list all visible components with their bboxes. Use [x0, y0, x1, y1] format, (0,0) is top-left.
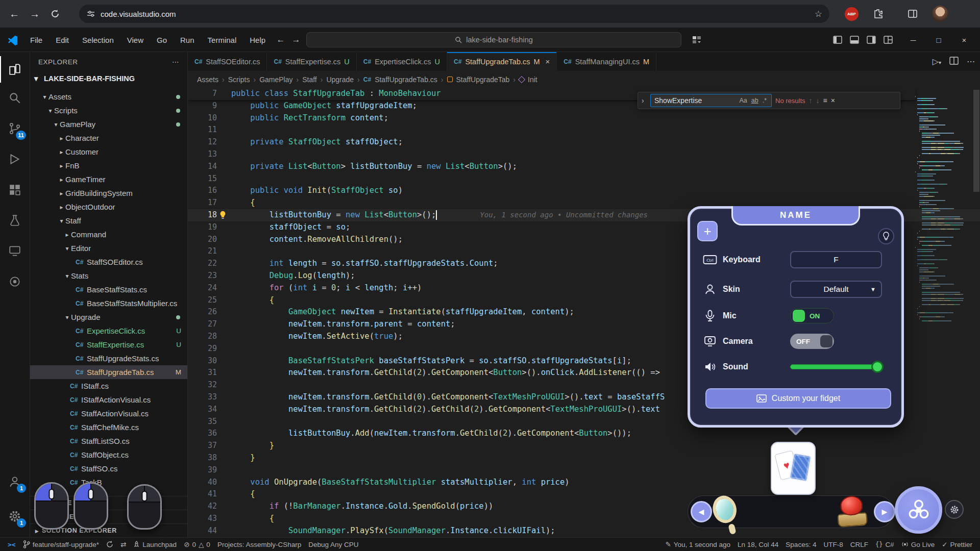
- carousel-next-button[interactable]: ▶: [874, 501, 895, 522]
- toggle-secondary-sidebar-icon[interactable]: [865, 33, 878, 46]
- testing-activity-icon[interactable]: [0, 207, 30, 234]
- lightbulb-button[interactable]: [878, 228, 894, 244]
- explorer-item-Editor[interactable]: ▾Editor: [30, 241, 187, 255]
- breadcrumb-item[interactable]: Upgrade: [326, 76, 354, 84]
- close-find-icon[interactable]: ×: [831, 96, 835, 105]
- fidget-spinner-button[interactable]: [895, 486, 942, 534]
- explorer-item-StaffChefMike.cs[interactable]: C#StaffChefMike.cs: [30, 420, 187, 434]
- explorer-item-Character[interactable]: ▸Character: [30, 131, 187, 145]
- toggle-sidebar-icon[interactable]: [831, 33, 844, 46]
- match-case-button[interactable]: Aa: [738, 97, 748, 104]
- source-control-activity-icon[interactable]: 11: [0, 115, 30, 142]
- code-line-40[interactable]: 40 void OnUpgrade(BaseStaffStatsMultipli…: [188, 477, 980, 489]
- code-line-37[interactable]: 37 }: [188, 440, 980, 452]
- extensions-puzzle-icon[interactable]: [868, 4, 888, 24]
- explorer-more-actions-icon[interactable]: ⋯: [172, 58, 179, 66]
- breadcrumb-item[interactable]: Assets: [197, 76, 218, 84]
- next-match-icon[interactable]: ↓: [816, 96, 820, 105]
- minimap[interactable]: [915, 90, 973, 316]
- gitlens-activity-icon[interactable]: [0, 268, 30, 295]
- launchpad-item[interactable]: Launchpad: [130, 538, 180, 551]
- menu-view[interactable]: View: [120, 36, 150, 44]
- explorer-item-StaffActionVisual.cs[interactable]: C#StaffActionVisual.cs: [30, 407, 187, 420]
- breadcrumb-item[interactable]: GamePlay: [259, 76, 292, 84]
- sync-changes-button[interactable]: [103, 538, 117, 551]
- site-settings-icon[interactable]: [86, 9, 95, 18]
- camera-toggle[interactable]: OFF: [790, 334, 834, 349]
- close-tab-icon[interactable]: ×: [546, 57, 550, 66]
- explorer-item-StaffObject.cs[interactable]: C#StaffObject.cs: [30, 448, 187, 462]
- blame-item[interactable]: ✎ You, 1 second ago: [662, 538, 734, 551]
- maximize-button[interactable]: □: [927, 28, 950, 52]
- slider-knob[interactable]: [871, 361, 884, 373]
- close-window-button[interactable]: ×: [952, 28, 976, 52]
- indentation-item[interactable]: Spaces: 4: [782, 538, 820, 551]
- split-window-icon[interactable]: [902, 4, 923, 24]
- run-debug-activity-icon[interactable]: [0, 146, 30, 172]
- breadcrumbs[interactable]: Assets›Scripts›GamePlay›Staff›Upgrade›C#…: [188, 71, 980, 88]
- code-line-7[interactable]: 7public class StaffUpgradeTab : MonoBeha…: [188, 88, 441, 100]
- layout-dropdown-icon[interactable]: [690, 33, 703, 46]
- explorer-item-BaseStaffStats.cs[interactable]: C#BaseStaffStats.cs: [30, 283, 187, 296]
- git-branch-item[interactable]: feature/staff-upgrade*: [19, 538, 103, 551]
- projects-item[interactable]: Projects: Assembly-CSharp: [214, 538, 305, 551]
- accounts-icon[interactable]: 1: [0, 468, 30, 495]
- breadcrumb-item[interactable]: Staff: [302, 76, 317, 84]
- red-button-fidget-item[interactable]: [835, 495, 869, 528]
- tab-StaffExpertise.cs[interactable]: C#StaffExpertise.csU: [267, 52, 356, 71]
- editor-back-arrow[interactable]: ←: [274, 33, 288, 47]
- command-center-search[interactable]: lake-side-bar-fishing: [306, 32, 681, 47]
- selected-fidget-cards[interactable]: ♥: [771, 442, 816, 495]
- menu-edit[interactable]: Edit: [49, 36, 76, 44]
- mic-toggle[interactable]: ON: [790, 308, 834, 323]
- address-bar[interactable]: code.visualstudio.com ☆: [79, 5, 829, 23]
- code-line-16[interactable]: 16 public void Init(StaffObject so): [188, 185, 980, 197]
- code-line-36[interactable]: 36 listButtonBuy.Add(newItem.transform.G…: [188, 428, 980, 440]
- explorer-item-Customer[interactable]: ▸Customer: [30, 145, 187, 159]
- menu-help[interactable]: Help: [243, 36, 272, 44]
- explorer-item-StaffUpgradeTab.cs[interactable]: C#StaffUpgradeTab.csM: [30, 365, 187, 379]
- find-toggle-replace-icon[interactable]: ›: [642, 96, 647, 105]
- explorer-item-GamePlay[interactable]: ▾GamePlay: [30, 117, 187, 131]
- code-line-11[interactable]: 11: [188, 124, 980, 136]
- explorer-item-IStaffActionVisual.cs[interactable]: C#IStaffActionVisual.cs: [30, 393, 187, 407]
- find-input[interactable]: ShowExpertise Aa ab .*: [650, 94, 772, 107]
- previous-match-icon[interactable]: ↑: [809, 96, 813, 105]
- search-activity-icon[interactable]: [0, 85, 30, 111]
- regex-button[interactable]: .*: [762, 97, 768, 104]
- code-line-15[interactable]: 15: [188, 173, 980, 185]
- explorer-item-Upgrade[interactable]: ▾Upgrade: [30, 310, 187, 324]
- remote-indicator[interactable]: ><: [4, 538, 19, 551]
- explorer-item-Command[interactable]: ▸Command: [30, 228, 187, 241]
- toggle-panel-icon[interactable]: [848, 33, 861, 46]
- explorer-item-Assets[interactable]: ▾Assets: [30, 90, 187, 104]
- explorer-item-Stats[interactable]: ▾Stats: [30, 269, 187, 283]
- adblock-extension-badge[interactable]: ABP: [845, 7, 859, 21]
- explorer-item-StaffSOEditor.cs[interactable]: C#StaffSOEditor.cs: [30, 255, 187, 269]
- split-editor-icon[interactable]: [949, 56, 959, 67]
- explorer-item-BaseStaffStatsMultiplier.cs[interactable]: C#BaseStaffStatsMultiplier.cs: [30, 296, 187, 310]
- code-line-14[interactable]: 14 private List<Button> listButtonBuy = …: [188, 161, 980, 173]
- minimize-button[interactable]: ─: [901, 28, 925, 52]
- custom-fidget-button[interactable]: Custom your fidget: [705, 388, 891, 409]
- sound-slider[interactable]: [790, 364, 882, 369]
- tab-ExpertiseClick.cs[interactable]: C#ExpertiseClick.csU: [357, 52, 447, 71]
- breadcrumb-item[interactable]: StaffUpgradeTab: [456, 76, 510, 84]
- code-line-38[interactable]: 38 }: [188, 452, 980, 464]
- editor-forward-arrow[interactable]: →: [289, 33, 303, 47]
- breadcrumb-item[interactable]: StaffUpgradeTab.cs: [375, 76, 437, 84]
- menu-selection[interactable]: Selection: [76, 36, 120, 44]
- explorer-root-folder[interactable]: ▾ LAKE-SIDE-BAR-FISHING: [30, 71, 187, 86]
- explorer-item-GridBuildingSystem[interactable]: ▸GridBuildingSystem: [30, 186, 187, 200]
- more-actions-icon[interactable]: ⋯: [967, 57, 975, 66]
- menu-go[interactable]: Go: [150, 36, 174, 44]
- compare-changes-icon[interactable]: ⇄: [117, 538, 130, 551]
- mouse-widget-1[interactable]: [34, 482, 69, 530]
- scrollbar-thumb[interactable]: [973, 90, 979, 192]
- explorer-item-ExpertiseClick.cs[interactable]: C#ExpertiseClick.csU: [30, 324, 187, 338]
- customize-layout-icon[interactable]: [881, 33, 895, 46]
- explorer-item-ObjectOutdoor[interactable]: ▸ObjectOutdoor: [30, 200, 187, 214]
- find-in-selection-icon[interactable]: ≡: [823, 96, 827, 105]
- explorer-activity-icon[interactable]: [0, 56, 30, 83]
- carousel-prev-button[interactable]: ◀: [691, 501, 712, 522]
